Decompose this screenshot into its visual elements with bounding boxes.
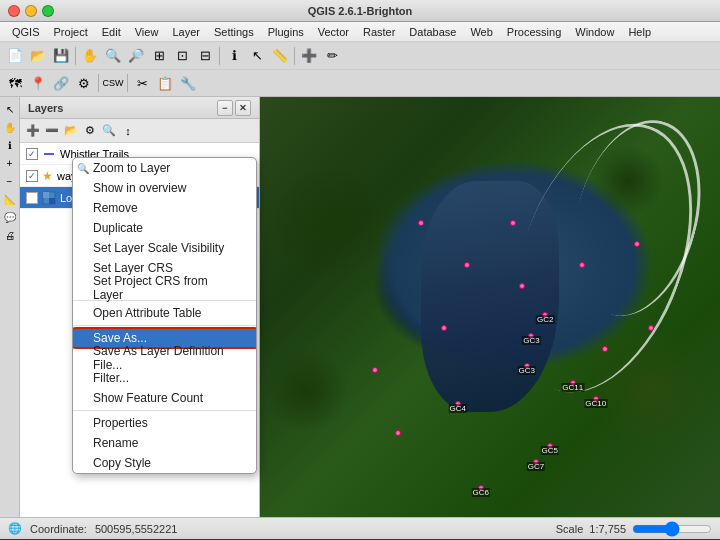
plugin-icon-4[interactable]: ⚙: [73, 72, 95, 94]
ctx-copy-style[interactable]: Copy Style: [73, 453, 256, 473]
ctx-open-attr-table[interactable]: Open Attribute Table: [73, 303, 256, 323]
menu-layer[interactable]: Layer: [166, 24, 206, 40]
menu-qgis[interactable]: QGIS: [6, 24, 46, 40]
side-print-icon[interactable]: 🖨: [2, 227, 18, 243]
minimize-button[interactable]: [25, 5, 37, 17]
crs-icon[interactable]: CSW: [102, 72, 124, 94]
ctx-project-crs-label: Set Project CRS from Layer: [93, 274, 236, 302]
side-info-icon[interactable]: ℹ: [2, 137, 18, 153]
layers-collapse-btn[interactable]: −: [217, 100, 233, 116]
plugin-icon-3[interactable]: 🔗: [50, 72, 72, 94]
side-select-icon[interactable]: ↖: [2, 101, 18, 117]
side-pan-icon[interactable]: ✋: [2, 119, 18, 135]
waypoint-19: [464, 262, 470, 268]
coordinate-value: 500595,5552221: [95, 523, 178, 535]
ctx-show-overview[interactable]: Show in overview: [73, 178, 256, 198]
coordinate-icon: 🌐: [8, 522, 22, 535]
menu-settings[interactable]: Settings: [208, 24, 260, 40]
menu-view[interactable]: View: [129, 24, 165, 40]
layers-toolbar: ➕ ➖ 📂 ⚙ 🔍 ↕: [20, 119, 259, 143]
remove-layer-btn[interactable]: ➖: [43, 122, 61, 140]
measure-icon[interactable]: 📏: [269, 45, 291, 67]
ctx-properties-label: Properties: [93, 416, 148, 430]
statusbar: 🌐 Coordinate: 500595,5552221 Scale 1:7,7…: [0, 517, 720, 539]
waypoint-label-6: GC10: [584, 399, 607, 408]
waypoint-15: [579, 262, 585, 268]
menu-help[interactable]: Help: [622, 24, 657, 40]
menu-plugins[interactable]: Plugins: [262, 24, 310, 40]
side-annotation-icon[interactable]: 💬: [2, 209, 18, 225]
ctx-zoom-to-layer[interactable]: 🔍 Zoom to Layer: [73, 158, 256, 178]
layer-filter-btn[interactable]: 🔍: [100, 122, 118, 140]
ctx-scale-visibility[interactable]: Set Layer Scale Visibility: [73, 238, 256, 258]
layer-checkbox-whistler[interactable]: ✓: [26, 148, 38, 160]
ctx-properties[interactable]: Properties: [73, 413, 256, 433]
side-zoom-in-icon[interactable]: +: [2, 155, 18, 171]
select-icon[interactable]: ↖: [246, 45, 268, 67]
digitize-icon[interactable]: ✏: [321, 45, 343, 67]
plugin-icon-1[interactable]: 🗺: [4, 72, 26, 94]
toolbar-separator: [75, 47, 76, 65]
window-title: QGIS 2.6.1-Brighton: [308, 5, 413, 17]
titlebar: QGIS 2.6.1-Brighton: [0, 0, 720, 22]
menu-web[interactable]: Web: [464, 24, 498, 40]
pan-icon[interactable]: ✋: [79, 45, 101, 67]
map-area[interactable]: GC2GC3GC3GC4GC11GC10GC5GC7GC6: [260, 97, 720, 517]
zoom-layer-icon[interactable]: ⊡: [171, 45, 193, 67]
layer-properties-btn[interactable]: ⚙: [81, 122, 99, 140]
ctx-show-feature-count[interactable]: Show Feature Count: [73, 388, 256, 408]
ctx-rename[interactable]: Rename: [73, 433, 256, 453]
add-layer-icon[interactable]: ➕: [298, 45, 320, 67]
zoom-in-icon[interactable]: 🔍: [102, 45, 124, 67]
side-zoom-out-icon[interactable]: −: [2, 173, 18, 189]
ctx-filter[interactable]: Filter...: [73, 368, 256, 388]
save-project-icon[interactable]: 💾: [50, 45, 72, 67]
menu-database[interactable]: Database: [403, 24, 462, 40]
menu-processing[interactable]: Processing: [501, 24, 567, 40]
ctx-scale-visibility-label: Set Layer Scale Visibility: [93, 241, 224, 255]
plugin-icon-2[interactable]: 📍: [27, 72, 49, 94]
edit-icon-2[interactable]: 📋: [154, 72, 176, 94]
waypoint-13: [372, 367, 378, 373]
zoom-to-layer-icon: 🔍: [75, 163, 91, 174]
window-controls[interactable]: [8, 5, 54, 17]
ctx-duplicate[interactable]: Duplicate: [73, 218, 256, 238]
menu-project[interactable]: Project: [48, 24, 94, 40]
layer-icon-whistler: [42, 147, 56, 161]
ctx-separator-2: [73, 325, 256, 326]
layer-icon-loom: [42, 191, 56, 205]
zoom-full-icon[interactable]: ⊞: [148, 45, 170, 67]
ctx-remove[interactable]: Remove: [73, 198, 256, 218]
zoom-selection-icon[interactable]: ⊟: [194, 45, 216, 67]
layers-close-btn[interactable]: ✕: [235, 100, 251, 116]
ctx-save-as-definition[interactable]: Save As Layer Definition File...: [73, 348, 256, 368]
toolbar-separator-3: [294, 47, 295, 65]
menu-vector[interactable]: Vector: [312, 24, 355, 40]
zoom-out-icon[interactable]: 🔎: [125, 45, 147, 67]
add-layer-btn[interactable]: ➕: [24, 122, 42, 140]
new-project-icon[interactable]: 📄: [4, 45, 26, 67]
close-button[interactable]: [8, 5, 20, 17]
layers-header-buttons[interactable]: − ✕: [217, 100, 251, 116]
menu-raster[interactable]: Raster: [357, 24, 401, 40]
maximize-button[interactable]: [42, 5, 54, 17]
ctx-filter-label: Filter...: [93, 371, 129, 385]
layer-icon-waypoints: ★: [42, 169, 53, 183]
scale-slider[interactable]: [632, 522, 712, 536]
open-layer-btn[interactable]: 📂: [62, 122, 80, 140]
ctx-project-crs[interactable]: Set Project CRS from Layer: [73, 278, 256, 298]
coordinate-label: Coordinate:: [30, 523, 87, 535]
side-measure-icon[interactable]: 📐: [2, 191, 18, 207]
waypoint-0: [519, 283, 525, 289]
menu-window[interactable]: Window: [569, 24, 620, 40]
edit-icon-3[interactable]: 🔧: [177, 72, 199, 94]
layer-checkbox-loom[interactable]: ✓: [26, 192, 38, 204]
edit-icon-1[interactable]: ✂: [131, 72, 153, 94]
layer-checkbox-waypoints[interactable]: ✓: [26, 170, 38, 182]
open-project-icon[interactable]: 📂: [27, 45, 49, 67]
identify-icon[interactable]: ℹ: [223, 45, 245, 67]
layer-sort-btn[interactable]: ↕: [119, 122, 137, 140]
menu-edit[interactable]: Edit: [96, 24, 127, 40]
toolbar-row-2: 🗺 📍 🔗 ⚙ CSW ✂ 📋 🔧: [0, 70, 720, 96]
main-area: ↖ ✋ ℹ + − 📐 💬 🖨 Layers − ✕ ➕ ➖ 📂 ⚙ 🔍 ↕: [0, 97, 720, 517]
